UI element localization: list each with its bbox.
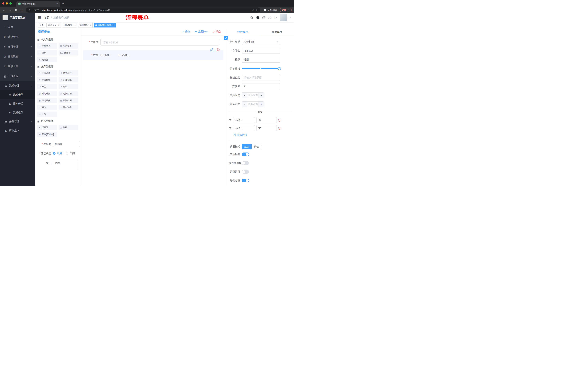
option-style-button-button[interactable]: 按钮 (252, 144, 261, 149)
tag-close-icon[interactable]: × (58, 24, 60, 26)
palette-item-button[interactable]: ▢按钮 (59, 125, 78, 130)
decrement-icon[interactable]: − (242, 93, 247, 98)
tag-close-icon[interactable]: × (90, 24, 91, 26)
checkbox-icon[interactable] (100, 54, 103, 56)
increment-icon[interactable]: + (259, 93, 264, 98)
browser-menu-icon[interactable]: ⋮ (287, 9, 290, 11)
user-avatar[interactable] (280, 14, 287, 21)
component-type-select[interactable]: 多选框组 (242, 39, 280, 45)
default-value-input[interactable] (242, 84, 280, 89)
drag-handle-icon[interactable] (229, 119, 231, 121)
status-off-radio[interactable]: 关闭 (66, 152, 75, 155)
bookmark-star-icon[interactable]: ☆ (255, 9, 258, 11)
increment-icon[interactable]: + (259, 102, 264, 107)
breadcrumb-home[interactable]: 首页 (44, 16, 49, 19)
tag-process-form-edit[interactable]: 流程表单-编辑 × (94, 23, 116, 28)
help-icon[interactable]: ? (262, 16, 265, 19)
home-icon[interactable]: ⌂ (19, 9, 24, 12)
palette-item-table[interactable]: ▦表格[开发中] (37, 132, 57, 137)
sidebar-item-process-form[interactable]: ▤ 流程表单 (0, 90, 35, 99)
grid-slider[interactable] (242, 66, 280, 72)
form-name-input[interactable] (53, 141, 80, 147)
new-tab-button[interactable]: + (62, 2, 64, 5)
link-icon[interactable] (224, 36, 228, 40)
sidebar-item-user-group[interactable]: ♟ 用户分组 (0, 99, 35, 108)
palette-item-checkbox-group[interactable]: ☑多选框组 (59, 77, 78, 83)
sidebar-item-devtools[interactable]: ⚒ 研发工具 ∨ (0, 62, 35, 71)
option-value-input[interactable] (256, 125, 277, 131)
remove-option-icon[interactable] (278, 119, 281, 122)
palette-item-counter[interactable]: 123计数器 (59, 50, 78, 55)
github-icon[interactable] (256, 16, 260, 20)
sidebar-item-infra[interactable]: ⊡ 基础设施 ∨ (0, 52, 35, 62)
hamburger-icon[interactable]: ☰ (38, 16, 41, 20)
slider-handle[interactable] (278, 67, 281, 70)
palette-item-single-line-text[interactable]: ▭单行文本 (37, 43, 57, 49)
option-label-input[interactable] (233, 125, 255, 131)
window-minimize-button[interactable] (6, 2, 8, 5)
security-warning-icon[interactable]: ⚠ (28, 9, 31, 11)
fullscreen-icon[interactable] (268, 16, 271, 19)
search-icon[interactable] (250, 16, 253, 19)
canvas-field-phone[interactable]: 手机号 (83, 38, 223, 46)
sidebar-item-leave-query[interactable]: ♟ 请假查询 (0, 126, 35, 135)
palette-item-radio-group[interactable]: ◉单选框组 (37, 77, 57, 83)
tag-close-icon[interactable]: × (74, 24, 75, 26)
disabled-switch[interactable] (242, 170, 249, 174)
sidebar-item-system[interactable]: ⚙ 系统管理 ∨ (0, 32, 35, 42)
checkbox-icon[interactable] (118, 54, 120, 56)
back-icon[interactable]: ← (2, 9, 7, 12)
add-option-button[interactable]: + 添加选项 (233, 133, 292, 137)
option-label-input[interactable] (233, 117, 255, 123)
drag-handle-icon[interactable] (229, 127, 231, 129)
palette-item-date-range[interactable]: ▩日期范围 (59, 98, 78, 103)
sidebar-item-payment[interactable]: ¥ 支付管理 ∨ (0, 42, 35, 52)
min-select-value[interactable]: 至少应选 (247, 93, 259, 98)
delete-field-button[interactable] (216, 48, 220, 53)
tag-process-model[interactable]: 流程模型 × (62, 23, 77, 28)
sidebar-item-process-model[interactable]: ➤ 流程模型 (0, 108, 35, 117)
sidebar-item-task-management[interactable]: ⚏ 任务管理 ∨ (0, 117, 35, 126)
label-width-input[interactable] (242, 74, 280, 80)
browser-update-button[interactable]: 更新 ⋮ (280, 8, 292, 12)
sidebar-item-workflow[interactable]: ▣ 工作流程 ∧ (0, 71, 35, 81)
show-label-switch[interactable] (242, 152, 249, 156)
palette-item-time-picker[interactable]: ◷时间选择 (37, 91, 57, 96)
status-on-radio[interactable]: 开启 (53, 152, 62, 155)
tab-form-props[interactable]: 表单属性 (260, 28, 294, 36)
palette-item-time-range[interactable]: ◶时间范围 (59, 91, 78, 96)
palette-item-color-picker[interactable]: ◑颜色选择 (59, 105, 78, 110)
palette-item-multi-line-text[interactable]: ▤多行文本 (59, 43, 78, 49)
clear-button[interactable]: 清空 (212, 30, 221, 33)
window-close-button[interactable] (2, 2, 4, 5)
palette-item-date-picker[interactable]: ▦日期选择 (37, 98, 57, 103)
tag-process-form[interactable]: 流程表单 × (78, 23, 93, 28)
canvas-field-gender-selected[interactable]: 性别 选项一 选项二 (83, 50, 223, 60)
address-bar[interactable]: ⚠ 不安全 dashboard.yudao.iocoder.cn/bpm/man… (26, 8, 260, 12)
tag-process-definition[interactable]: 流程定义 × (46, 23, 61, 28)
tag-home[interactable]: 首页 (38, 23, 45, 28)
sidebar-logo[interactable]: 芋道管理系统 (0, 13, 35, 22)
option-value-input[interactable] (256, 117, 277, 123)
phone-input[interactable] (100, 39, 219, 45)
palette-item-editor[interactable]: ✎编辑器 (37, 57, 57, 63)
avatar-caret-icon[interactable]: ∨ (290, 17, 291, 19)
palette-item-row-container[interactable]: ⊞行容器 (37, 125, 57, 130)
palette-item-cascader[interactable]: ≺级联选择 (59, 70, 78, 75)
font-size-icon[interactable]: Tᵀ (274, 16, 277, 19)
palette-item-password[interactable]: •••密码 (37, 50, 57, 55)
tag-close-icon[interactable]: × (113, 24, 114, 26)
palette-item-upload[interactable]: ⇪上传 (37, 112, 57, 117)
border-switch[interactable] (242, 161, 249, 165)
remove-option-icon[interactable] (278, 127, 281, 130)
browser-tab[interactable]: 芋道管理系统 × (16, 1, 60, 7)
save-button[interactable]: ✓ 保存 (182, 30, 190, 33)
palette-item-select[interactable]: ◎下拉选择 (37, 70, 57, 75)
copy-field-button[interactable] (210, 48, 214, 53)
checkbox-option-two[interactable]: 选项二 (118, 53, 129, 57)
palette-item-rate[interactable]: ☆评分 (37, 105, 57, 110)
palette-item-slider[interactable]: ⊸滑块 (59, 84, 78, 89)
tab-close-icon[interactable]: × (56, 2, 58, 5)
palette-item-switch[interactable]: ⊶开关 (37, 84, 57, 89)
checkbox-option-one[interactable]: 选项一 (100, 53, 112, 57)
